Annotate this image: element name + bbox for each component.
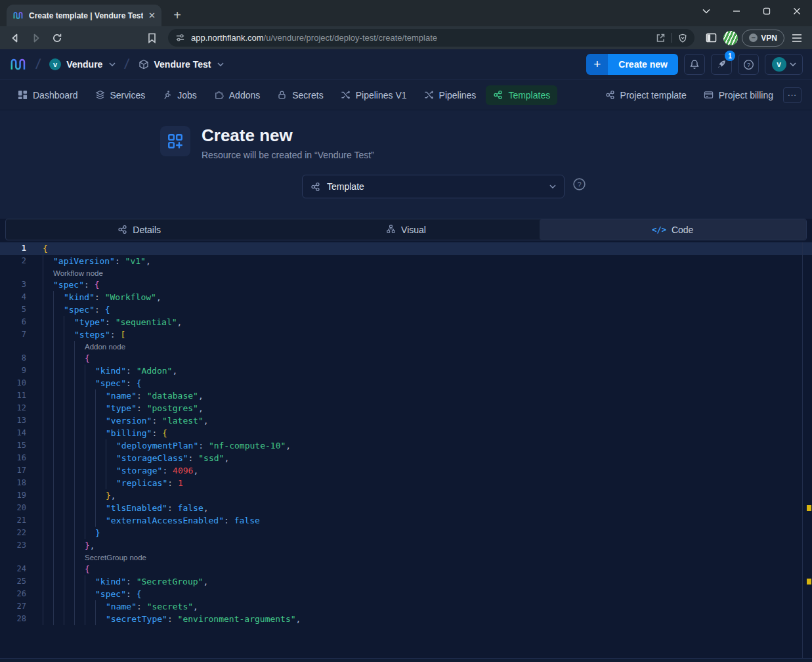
extension-avatar-icon[interactable] (723, 31, 738, 45)
page-title: Create new (202, 126, 374, 145)
line-number (0, 341, 26, 352)
bookmark-icon[interactable] (143, 30, 160, 47)
browser-tab-strip: Create template | Vendure Test | ✕ + (0, 0, 812, 26)
code-line[interactable]: 20"tlsEnabled": false, (0, 502, 812, 514)
nav-item-services[interactable]: Services (88, 85, 153, 105)
northflank-favicon (12, 11, 24, 20)
tab-details[interactable]: Details (6, 219, 272, 240)
code-line[interactable]: 19}, (0, 489, 812, 502)
breadcrumb-slash: / (35, 56, 41, 74)
breadcrumb-org[interactable]: v Vendure (49, 58, 116, 70)
browser-toolbar: app.northflank.com/u/vendure/project/dep… (0, 26, 812, 49)
chevron-down-icon (790, 62, 796, 66)
runner-icon (162, 90, 172, 100)
code-line[interactable]: 4"kind": "Workflow", (0, 291, 812, 303)
line-number: 10 (0, 377, 26, 389)
code-annotation[interactable]: Workflow node (0, 267, 812, 278)
line-number: 8 (0, 352, 26, 364)
northflank-logo[interactable] (9, 56, 27, 72)
breadcrumb-project[interactable]: Vendure Test (139, 59, 224, 70)
brave-shield-icon[interactable] (678, 33, 687, 43)
vpn-button[interactable]: – VPN (742, 30, 784, 47)
nav-more-button[interactable]: ... (783, 87, 801, 103)
tab-code[interactable]: </> Code (540, 219, 806, 240)
vpn-status-icon: – (749, 33, 758, 42)
code-line[interactable]: 13"version": "latest", (0, 414, 812, 427)
nav-item-secrets[interactable]: Secrets (270, 85, 330, 105)
chevron-down-icon (549, 185, 556, 188)
nav-item-pipelines[interactable]: Pipelines (417, 85, 484, 105)
action-footer: Create template (0, 658, 812, 662)
code-line[interactable]: 22} (0, 527, 812, 539)
code-line[interactable]: 14"billing": { (0, 427, 812, 439)
page-subtitle: Resource will be created in “Vendure Tes… (202, 150, 374, 160)
code-line[interactable]: 9"kind": "Addon", (0, 364, 812, 377)
code-line[interactable]: 11"name": "database", (0, 389, 812, 402)
code-annotation[interactable]: Addon node (0, 341, 812, 352)
forward-button[interactable] (28, 30, 45, 47)
code-line[interactable]: 3"spec": { (0, 278, 812, 291)
hero-section: Create new Resource will be created in “… (0, 110, 812, 219)
nav-item-project-template[interactable]: Project template (598, 85, 694, 105)
tab-label: Visual (401, 225, 426, 235)
nav-item-pipelines-v1[interactable]: Pipelines V1 (333, 85, 414, 105)
code-line[interactable]: 12"type": "postgres", (0, 402, 812, 414)
resource-type-select[interactable]: Template (302, 175, 565, 198)
code-line[interactable]: 18"replicas": 1 (0, 477, 812, 489)
code-line[interactable]: 10"spec": { (0, 377, 812, 389)
share-icon[interactable] (655, 33, 666, 43)
tab-visual[interactable]: Visual (272, 219, 539, 240)
back-button[interactable] (7, 30, 24, 47)
tab-close-icon[interactable]: ✕ (148, 11, 156, 20)
code-line[interactable]: 23}, (0, 539, 812, 552)
nav-item-templates[interactable]: Templates (486, 85, 557, 105)
code-line[interactable]: 1{ (0, 242, 812, 255)
help-button[interactable]: ? (738, 54, 759, 75)
visual-tree-icon (386, 225, 396, 234)
tab-search-icon[interactable] (691, 0, 721, 22)
window-minimize-button[interactable] (721, 0, 752, 22)
nav-item-addons[interactable]: Addons (207, 85, 267, 105)
create-new-button[interactable]: + Create new (586, 54, 678, 75)
nav-item-project-billing[interactable]: Project billing (696, 85, 780, 105)
code-line[interactable]: 16"storageClass": "ssd", (0, 452, 812, 464)
window-maximize-button[interactable] (752, 0, 782, 22)
select-help-button[interactable]: ? (572, 177, 586, 191)
window-close-button[interactable] (782, 0, 812, 22)
code-line[interactable]: 2"apiVersion": "v1", (0, 255, 812, 267)
user-menu-button[interactable]: v (765, 54, 803, 75)
browser-tab[interactable]: Create template | Vendure Test | ✕ (7, 5, 161, 26)
url-text[interactable]: app.northflank.com/u/vendure/project/dep… (191, 33, 649, 43)
new-tab-button[interactable]: + (168, 6, 186, 24)
whats-new-button[interactable]: 1 (711, 54, 732, 75)
notifications-button[interactable] (684, 54, 705, 75)
code-line[interactable]: 24{ (0, 563, 812, 575)
code-line[interactable]: 8{ (0, 352, 812, 364)
side-panel-icon[interactable] (702, 30, 719, 47)
nav-item-jobs[interactable]: Jobs (155, 85, 204, 105)
code-line[interactable]: 5"spec": { (0, 303, 812, 316)
address-bar[interactable]: app.northflank.com/u/vendure/project/dep… (168, 29, 694, 47)
browser-menu-icon[interactable] (788, 30, 805, 47)
line-number: 20 (0, 502, 26, 514)
code-line[interactable]: 21"externalAccessEnabled": false (0, 514, 812, 527)
svg-text:?: ? (577, 181, 581, 188)
app-header: / v Vendure / Vendure Test + Create new … (0, 49, 812, 80)
code-line[interactable]: 28"secretType": "environment-arguments", (0, 613, 812, 625)
code-line[interactable]: 27"name": "secrets", (0, 600, 812, 613)
nav-item-label: Dashboard (33, 90, 78, 100)
code-line[interactable]: 6"type": "sequential", (0, 316, 812, 328)
code-line[interactable]: 26"spec": { (0, 588, 812, 600)
site-settings-icon[interactable] (175, 33, 185, 43)
code-line[interactable]: 25"kind": "SecretGroup", (0, 575, 812, 588)
nav-item-dashboard[interactable]: Dashboard (11, 85, 85, 105)
code-line[interactable]: 17"storage": 4096, (0, 464, 812, 477)
reload-button[interactable] (49, 30, 66, 47)
code-annotation[interactable]: SecretGroup node (0, 552, 812, 563)
code-line[interactable]: 15"deploymentPlan": "nf-compute-10", (0, 439, 812, 452)
url-host: app.northflank.com (191, 33, 264, 43)
code-line[interactable]: 7"steps": [ (0, 328, 812, 341)
code-editor[interactable]: 1{2"apiVersion": "v1",Workflow node3"spe… (0, 242, 812, 658)
nav-item-label: Addons (229, 90, 260, 100)
line-number: 22 (0, 527, 26, 539)
